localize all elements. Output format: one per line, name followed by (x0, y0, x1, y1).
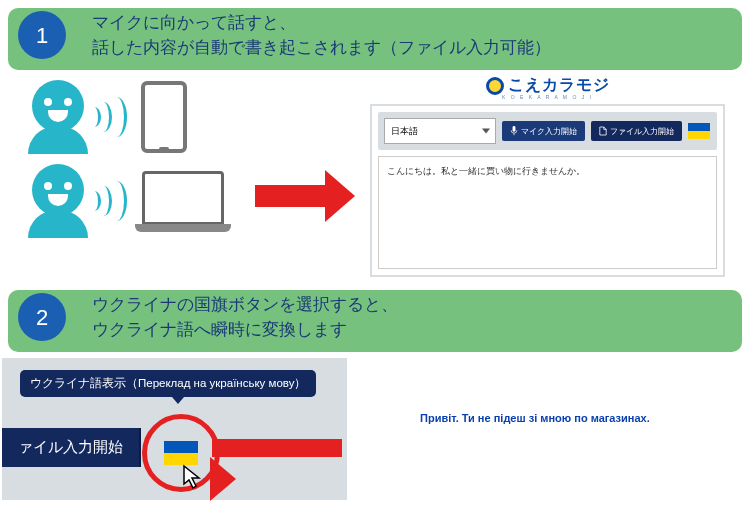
flag-tooltip: ウクライナ語表示（Переклад на українську мову） (20, 370, 316, 397)
brand-subtitle: K O E K A R A M O J I (370, 94, 725, 100)
file-start-button[interactable]: ファイル入力開始 (591, 121, 682, 141)
step2-header: 2 ウクライナの国旗ボタンを選択すると、 ウクライナ語へ瞬時に変換します (0, 282, 750, 352)
app-screenshot: こえカラモジ K O E K A R A M O J I 日本語 マイク入力開始… (370, 75, 725, 277)
svg-rect-0 (513, 126, 516, 132)
brand-dot-icon (486, 77, 504, 95)
file-btn-label: ファイル入力開始 (610, 126, 674, 137)
laptop-base-icon (135, 224, 231, 232)
step1-number: 1 (18, 11, 66, 59)
phone-icon (141, 81, 187, 153)
highlight-circle-icon (142, 414, 220, 492)
arrow-right-icon (212, 438, 347, 501)
person-head-icon (32, 80, 84, 132)
app-brand: こえカラモジ (370, 75, 725, 96)
ukraine-flag-button[interactable] (688, 123, 710, 139)
step2-number: 2 (18, 293, 66, 341)
ukraine-flag-button-large[interactable] (164, 441, 198, 465)
step1-header: 1 マイクに向かって話すと、 話した内容が自動で書き起こされます（ファイル入力可… (0, 0, 750, 70)
brand-title: こえカラモジ (508, 75, 610, 96)
sound-waves-icon (94, 97, 127, 137)
flag-button-closeup: ウクライナ語表示（Переклад на українську мову） ァイ… (2, 358, 347, 500)
language-select[interactable]: 日本語 (384, 118, 496, 144)
mic-btn-label: マイク入力開始 (521, 126, 577, 137)
translated-output: Привіт. Ти не підеш зі мною по магазинах… (420, 412, 650, 424)
laptop-screen-icon (142, 171, 224, 225)
step2-text: ウクライナの国旗ボタンを選択すると、 ウクライナ語へ瞬時に変換します (92, 292, 408, 343)
person-head-icon (32, 164, 84, 216)
arrow-right-icon (255, 170, 355, 222)
mic-start-button[interactable]: マイク入力開始 (502, 121, 585, 141)
file-icon (599, 126, 607, 136)
file-start-button-cropped[interactable]: ァイル入力開始 (2, 428, 141, 467)
transcript-area[interactable]: こんにちは。私と一緒に買い物に行きませんか。 (378, 156, 717, 269)
mic-icon (510, 126, 518, 136)
sound-waves-icon (94, 181, 127, 221)
step1-text: マイクに向かって話すと、 話した内容が自動で書き起こされます（ファイル入力可能） (92, 10, 561, 61)
input-illustration (28, 80, 231, 240)
